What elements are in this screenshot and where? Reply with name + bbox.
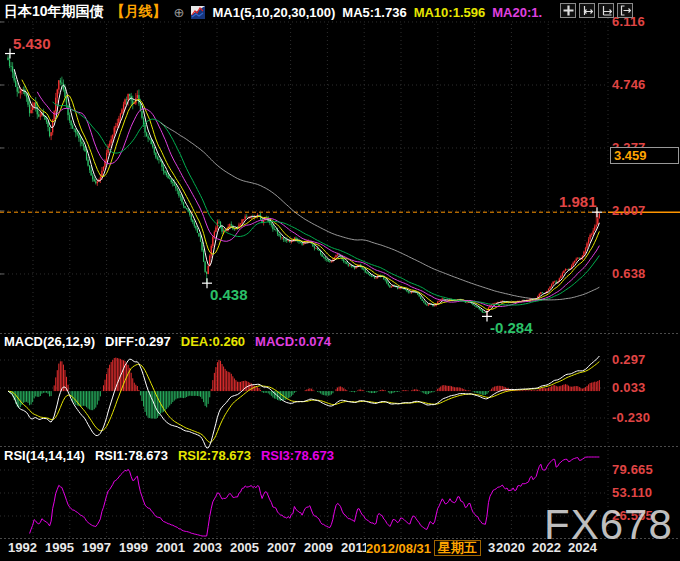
zoom-out-icon[interactable]: ⊕ [174,5,185,20]
chart-toolbar: 日本10年期国债 【月线】 ⊕ MA1(5,10,20,30,100) MA5:… [4,3,542,21]
scale-left-icon [582,5,593,16]
ma5-value: MA5:1.736 [342,5,406,20]
rsi2-value: RSI2:78.673 [178,448,251,463]
macd-diff-value: DIFF:0.297 [105,334,171,349]
move-icon [563,5,574,16]
scale-left-button[interactable] [579,3,595,18]
rsi1-value: RSI1:78.673 [95,448,168,463]
instrument-title: 日本10年期国债 [4,3,104,21]
cursor-date-label: 2012/08/31 [366,541,431,556]
scale-right-icon [601,5,612,16]
scale-right-button[interactable] [598,3,614,18]
macd-macd-value: MACD:0.074 [255,334,331,349]
chart-canvas[interactable] [0,0,680,561]
chart-thumbnail-icon[interactable] [191,6,205,19]
rsi-header: RSI(14,14,14) RSI1:78.673 RSI2:78.673 RS… [4,448,334,463]
macd-dea-value: DEA:0.260 [181,334,245,349]
rsi3-value: RSI3:78.673 [261,448,334,463]
cursor-date-box: 2012/08/31 星期五 [366,540,481,556]
cursor-weekday-label: 星期五 [434,540,481,556]
ma-settings-label: MA1(5,10,20,30,100) [212,5,335,20]
macd-settings-label: MACD(26,12,9) [4,334,95,349]
ma10-value: MA10:1.596 [414,5,486,20]
exit-right-icon [620,5,631,16]
macd-header: MACD(26,12,9) DIFF:0.297 DEA:0.260 MACD:… [4,334,331,349]
ma20-value: MA20:1. [492,5,542,20]
exit-panel-button[interactable] [617,3,633,18]
fx678-watermark: FX678 [544,501,673,549]
timeframe-label[interactable]: 【月线】 [111,3,167,21]
move-button[interactable] [560,3,576,18]
cursor-price-box: 3.459 [610,147,679,164]
toolbar-buttons [560,3,633,18]
chart-window: 6.1164.7463.3772.0070.6380.2970.033-0.23… [0,0,680,561]
rsi-settings-label: RSI(14,14,14) [4,448,85,463]
